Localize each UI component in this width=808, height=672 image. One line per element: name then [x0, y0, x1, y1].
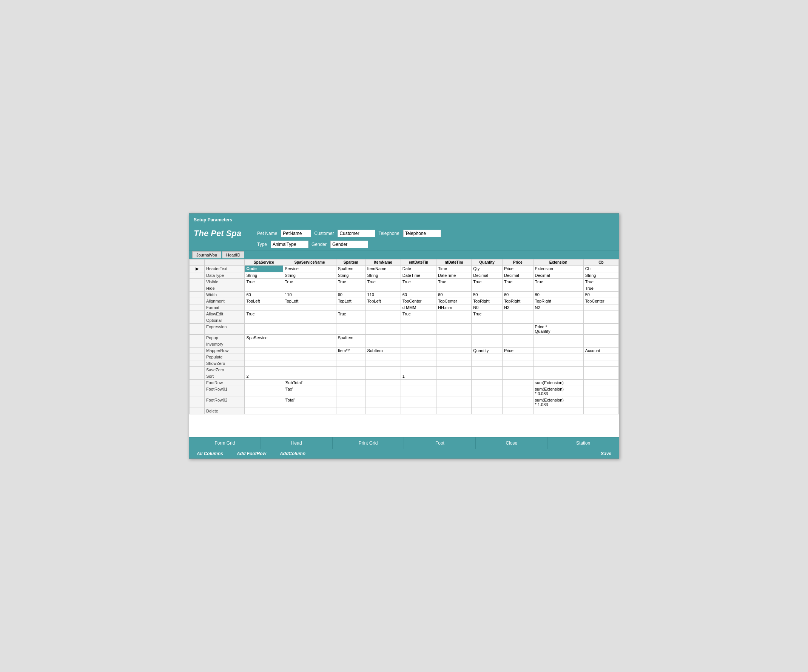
cell-datatype-3[interactable]: String — [366, 272, 401, 279]
cell-populate-4[interactable] — [401, 354, 436, 360]
cell-sort-5[interactable] — [436, 373, 472, 379]
cell-headertext-2[interactable]: SpaItem — [336, 266, 366, 272]
cell-inventory-3[interactable] — [366, 341, 401, 348]
cell-populate-9[interactable] — [583, 354, 618, 360]
cell-headertext-3[interactable]: ItemName — [366, 266, 401, 272]
cell-mapperrow-4[interactable] — [401, 348, 436, 354]
cell-savezero-6[interactable] — [472, 367, 502, 373]
cell-populate-2[interactable] — [336, 354, 366, 360]
cell-headertext-0[interactable]: Code — [245, 266, 283, 272]
cell-width-4[interactable]: 60 — [401, 292, 436, 298]
cell-delete-6[interactable] — [472, 408, 502, 415]
cell-showzero-3[interactable] — [366, 360, 401, 367]
cell-mapperrow-8[interactable] — [533, 348, 583, 354]
cell-width-7[interactable]: 60 — [502, 292, 533, 298]
cell-expression-0[interactable] — [245, 324, 283, 335]
cell-alignment-7[interactable]: TopRight — [502, 298, 533, 304]
cell-optional-3[interactable] — [366, 317, 401, 324]
cell-sort-8[interactable] — [533, 373, 583, 379]
cell-populate-6[interactable] — [472, 354, 502, 360]
cell-footrow02-8[interactable]: sum(Extension) * 1.083 — [533, 397, 583, 408]
cell-headertext-1[interactable]: Service — [283, 266, 336, 272]
cell-mapperrow-2[interactable]: Item*# — [336, 348, 366, 354]
cell-headertext-9[interactable]: Cb — [583, 266, 618, 272]
cell-format-3[interactable] — [366, 304, 401, 311]
cell-hide-1[interactable] — [283, 285, 336, 292]
cell-expression-9[interactable] — [583, 324, 618, 335]
cell-optional-1[interactable] — [283, 317, 336, 324]
cell-format-8[interactable]: N2 — [533, 304, 583, 311]
cell-footrow01-7[interactable] — [502, 386, 533, 397]
cell-savezero-8[interactable] — [533, 367, 583, 373]
cell-footrow02-6[interactable] — [472, 397, 502, 408]
cell-allowedit-1[interactable] — [283, 311, 336, 317]
cell-delete-4[interactable] — [401, 408, 436, 415]
cell-allowedit-6[interactable]: True — [472, 311, 502, 317]
cell-visible-4[interactable]: True — [401, 279, 436, 285]
cell-sort-1[interactable] — [283, 373, 336, 379]
cell-showzero-4[interactable] — [401, 360, 436, 367]
cell-datatype-2[interactable]: String — [336, 272, 366, 279]
cell-headertext-4[interactable]: Date — [401, 266, 436, 272]
cell-mapperrow-3[interactable]: SubItem — [366, 348, 401, 354]
cell-width-2[interactable]: 60 — [336, 292, 366, 298]
cell-footrow02-5[interactable] — [436, 397, 472, 408]
cell-popup-9[interactable] — [583, 335, 618, 341]
cell-optional-4[interactable] — [401, 317, 436, 324]
cell-format-9[interactable] — [583, 304, 618, 311]
cell-expression-2[interactable] — [336, 324, 366, 335]
cell-inventory-5[interactable] — [436, 341, 472, 348]
cell-mapperrow-5[interactable] — [436, 348, 472, 354]
cell-footrow01-2[interactable] — [336, 386, 366, 397]
cell-datatype-6[interactable]: Decimal — [472, 272, 502, 279]
cell-footrow-0[interactable] — [245, 379, 283, 386]
cell-showzero-6[interactable] — [472, 360, 502, 367]
cell-visible-5[interactable]: True — [436, 279, 472, 285]
cell-footrow-3[interactable] — [366, 379, 401, 386]
cell-datatype-0[interactable]: String — [245, 272, 283, 279]
cell-alignment-8[interactable]: TopRight — [533, 298, 583, 304]
cell-inventory-1[interactable] — [283, 341, 336, 348]
cell-headertext-7[interactable]: Price — [502, 266, 533, 272]
cell-optional-0[interactable] — [245, 317, 283, 324]
cell-popup-5[interactable] — [436, 335, 472, 341]
cell-headertext-5[interactable]: Time — [436, 266, 472, 272]
cell-optional-7[interactable] — [502, 317, 533, 324]
cell-footrow-2[interactable] — [336, 379, 366, 386]
cell-popup-7[interactable] — [502, 335, 533, 341]
cell-optional-2[interactable] — [336, 317, 366, 324]
customer-input[interactable] — [337, 230, 375, 237]
footer-tab-foot[interactable]: Foot — [404, 438, 476, 449]
cell-showzero-5[interactable] — [436, 360, 472, 367]
cell-expression-7[interactable] — [502, 324, 533, 335]
cell-datatype-7[interactable]: Decimal — [502, 272, 533, 279]
cell-expression-3[interactable] — [366, 324, 401, 335]
cell-showzero-2[interactable] — [336, 360, 366, 367]
cell-alignment-2[interactable]: TopLeft — [336, 298, 366, 304]
tab-journalvou[interactable]: JournalVou — [192, 251, 221, 258]
cell-visible-7[interactable]: True — [502, 279, 533, 285]
cell-showzero-7[interactable] — [502, 360, 533, 367]
cell-popup-3[interactable] — [366, 335, 401, 341]
cell-hide-7[interactable] — [502, 285, 533, 292]
cell-expression-6[interactable] — [472, 324, 502, 335]
cell-populate-8[interactable] — [533, 354, 583, 360]
cell-hide-8[interactable] — [533, 285, 583, 292]
cell-savezero-9[interactable] — [583, 367, 618, 373]
cell-populate-5[interactable] — [436, 354, 472, 360]
cell-delete-2[interactable] — [336, 408, 366, 415]
cell-alignment-9[interactable]: TopCenter — [583, 298, 618, 304]
cell-allowedit-2[interactable]: True — [336, 311, 366, 317]
cell-allowedit-3[interactable] — [366, 311, 401, 317]
cell-popup-2[interactable]: SpaItem — [336, 335, 366, 341]
cell-visible-8[interactable]: True — [533, 279, 583, 285]
cell-footrow02-1[interactable]: 'Total' — [283, 397, 336, 408]
cell-sort-9[interactable] — [583, 373, 618, 379]
cell-footrow-6[interactable] — [472, 379, 502, 386]
cell-populate-0[interactable] — [245, 354, 283, 360]
cell-allowedit-5[interactable] — [436, 311, 472, 317]
cell-savezero-1[interactable] — [283, 367, 336, 373]
cell-inventory-6[interactable] — [472, 341, 502, 348]
cell-visible-3[interactable]: True — [366, 279, 401, 285]
cell-delete-0[interactable] — [245, 408, 283, 415]
